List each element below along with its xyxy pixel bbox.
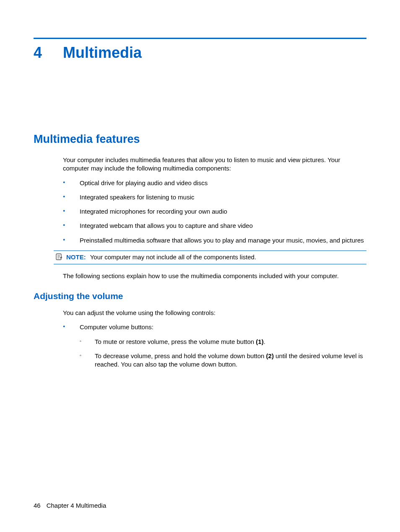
note-text: Your computer may not include all of the… (90, 253, 256, 261)
section1-after-note: The following sections explain how to us… (63, 272, 366, 280)
list-item: Optical drive for playing audio and vide… (63, 179, 366, 187)
sub-text-bold: (2) (266, 352, 274, 359)
note-label: NOTE: (66, 253, 86, 261)
page-footer: 46Chapter 4 Multimedia (34, 502, 106, 509)
chapter-top-rule (34, 38, 366, 39)
list-item: Preinstalled multimedia software that al… (63, 236, 366, 245)
sub-text-bold: (1) (256, 338, 263, 345)
chapter-number: 4 (34, 44, 63, 62)
section1-intro: Your computer includes multimedia featur… (63, 156, 366, 173)
section-heading-adjusting-volume: Adjusting the volume (34, 291, 366, 301)
section-heading-multimedia-features: Multimedia features (34, 133, 366, 146)
note-callout: NOTE:Your computer may not include all o… (54, 251, 366, 264)
section1-bullet-list: Optical drive for playing audio and vide… (63, 179, 366, 245)
section2-intro: You can adjust the volume using the foll… (63, 309, 366, 317)
sub-text-post: . (264, 338, 265, 345)
note-icon (55, 253, 63, 262)
sub-bullet-list: To mute or restore volume, press the vol… (80, 338, 366, 369)
bullet-text: Computer volume buttons: (80, 323, 153, 331)
sub-list-item: To decrease volume, press and hold the v… (80, 352, 366, 369)
chapter-title-text: Multimedia (63, 44, 142, 61)
list-item: Integrated microphones for recording you… (63, 207, 366, 216)
chapter-heading: 4Multimedia (34, 44, 366, 62)
sub-list-item: To mute or restore volume, press the vol… (80, 338, 366, 346)
page-number: 46 (34, 502, 41, 509)
section2-bullet-list: Computer volume buttons: To mute or rest… (63, 323, 366, 369)
sub-text-pre: To decrease volume, press and hold the v… (95, 352, 266, 359)
sub-text-pre: To mute or restore volume, press the vol… (95, 338, 256, 345)
list-item: Integrated speakers for listening to mus… (63, 193, 366, 201)
note-body: NOTE:Your computer may not include all o… (66, 253, 256, 261)
list-item: Integrated webcam that allows you to cap… (63, 222, 366, 230)
list-item: Computer volume buttons: To mute or rest… (63, 323, 366, 369)
footer-chapter-label: Chapter 4 Multimedia (47, 502, 106, 509)
